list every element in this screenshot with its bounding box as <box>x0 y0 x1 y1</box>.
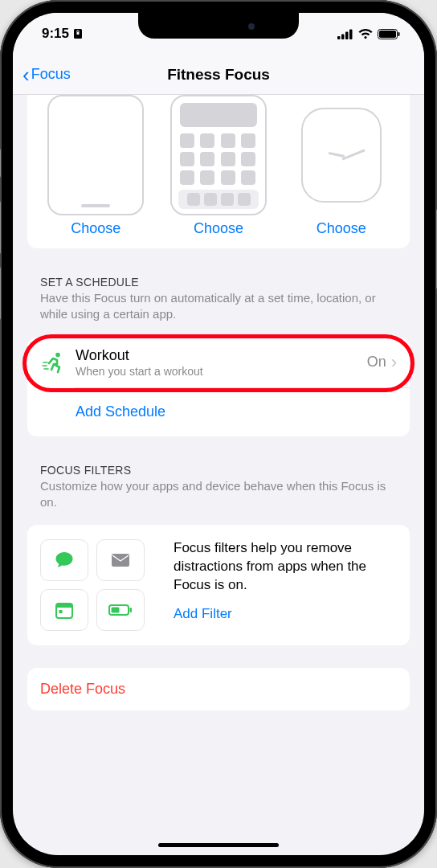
status-time: 9:15 <box>42 26 69 42</box>
volume-up-button <box>0 201 1 254</box>
customize-screens-card: Choose Choose <box>27 95 410 248</box>
filters-card: Focus filters help you remove distractio… <box>27 525 410 645</box>
back-button[interactable]: ‹ Focus <box>22 64 71 85</box>
schedule-section-header: SET A SCHEDULE Have this Focus turn on a… <box>13 258 424 328</box>
svg-rect-2 <box>337 36 341 39</box>
filter-icons-grid <box>40 539 161 631</box>
svg-rect-10 <box>112 554 129 567</box>
svg-rect-1 <box>77 32 80 35</box>
home-screen-option[interactable]: Choose <box>161 95 276 237</box>
phone-frame: 9:15 <box>0 0 437 868</box>
workout-row-status: On <box>367 354 386 371</box>
filters-body-text: Focus filters help you remove distractio… <box>174 539 397 595</box>
content-scroll[interactable]: Choose Choose <box>13 95 424 855</box>
workout-icon <box>40 350 67 375</box>
watch-face-preview <box>301 108 382 203</box>
screen: 9:15 <box>13 13 424 855</box>
filters-section-desc: Customize how your apps and device behav… <box>40 478 397 511</box>
svg-rect-16 <box>130 608 133 612</box>
home-screen-preview <box>170 95 267 215</box>
svg-rect-12 <box>56 604 72 608</box>
workout-schedule-row[interactable]: Workout When you start a workout On › <box>27 338 410 387</box>
calendar-filter-icon <box>40 589 88 631</box>
battery-filter-icon <box>96 589 145 631</box>
add-schedule-label: Add Schedule <box>76 403 397 420</box>
delete-focus-row[interactable]: Delete Focus <box>27 668 410 710</box>
svg-rect-3 <box>341 34 345 39</box>
svg-rect-15 <box>112 608 120 613</box>
add-schedule-row[interactable]: Add Schedule <box>27 388 410 436</box>
filters-section-title: FOCUS FILTERS <box>40 464 397 477</box>
lock-screen-preview <box>47 95 144 215</box>
svg-point-9 <box>55 352 60 357</box>
schedule-card: Workout When you start a workout On › Ad… <box>27 338 410 436</box>
nav-bar: ‹ Focus Fitness Focus <box>13 55 424 95</box>
watch-face-option[interactable]: Choose <box>284 95 398 237</box>
home-indicator[interactable] <box>158 843 279 847</box>
watch-face-choose-label: Choose <box>317 220 366 237</box>
delete-focus-label: Delete Focus <box>40 681 397 698</box>
svg-rect-7 <box>379 31 396 38</box>
home-screen-choose-label: Choose <box>194 220 243 237</box>
filters-section-header: FOCUS FILTERS Customize how your apps an… <box>13 446 424 516</box>
svg-rect-4 <box>345 31 349 39</box>
notch <box>138 13 299 39</box>
battery-icon <box>378 29 400 39</box>
chevron-right-icon: › <box>391 352 397 373</box>
portrait-lock-icon <box>72 28 84 39</box>
chevron-left-icon: ‹ <box>22 64 30 85</box>
wifi-icon <box>358 29 373 39</box>
page-title: Fitness Focus <box>13 66 424 84</box>
messages-filter-icon <box>40 539 88 581</box>
lock-screen-option[interactable]: Choose <box>39 95 153 237</box>
svg-rect-8 <box>398 32 400 36</box>
lock-screen-choose-label: Choose <box>71 220 120 237</box>
mail-filter-icon <box>96 539 145 581</box>
schedule-section-title: SET A SCHEDULE <box>40 276 397 289</box>
back-label: Focus <box>31 66 71 83</box>
workout-row-title: Workout <box>76 347 367 364</box>
schedule-section-desc: Have this Focus turn on automatically at… <box>40 290 397 323</box>
workout-row-subtitle: When you start a workout <box>76 365 367 378</box>
svg-rect-5 <box>349 29 353 39</box>
svg-rect-13 <box>59 610 63 613</box>
mute-switch <box>0 149 1 178</box>
add-filter-button[interactable]: Add Filter <box>174 606 397 622</box>
volume-down-button <box>0 267 1 320</box>
cellular-signal-icon <box>337 29 353 39</box>
